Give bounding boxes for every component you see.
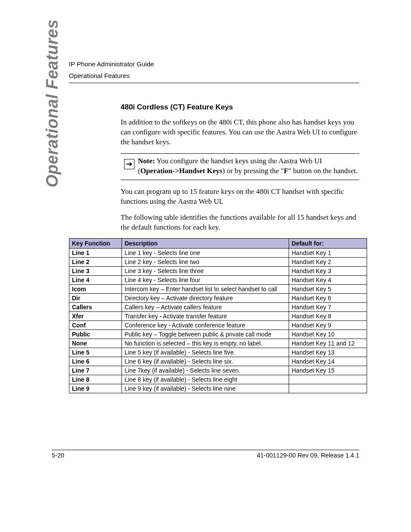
cell-default-for: Handset Key 4 xyxy=(289,276,367,285)
table-row: CallersCallers key – Activate callers fe… xyxy=(69,303,367,312)
cell-default-for: Handset Key 2 xyxy=(289,258,367,267)
cell-description: No function is selected – this key is em… xyxy=(122,339,289,348)
cell-default-for: Handset Key 7 xyxy=(289,303,367,312)
cell-description: Conference key - Activate conference fea… xyxy=(122,321,289,330)
table-row: XferTransfer key - Activate transfer fea… xyxy=(69,312,367,321)
col-description: Description xyxy=(122,239,289,249)
cell-default-for: Handset Key 15 xyxy=(289,366,367,375)
cell-key-function: Icom xyxy=(69,285,122,294)
table-row: IcomIntercom key – Enter handset list to… xyxy=(69,285,367,294)
table-row: DirDirectory key – Activate directory fe… xyxy=(69,294,367,303)
cell-description: Line 8 key (if available) - Selects line… xyxy=(122,375,289,384)
cell-description: Intercom key – Enter handset list to sel… xyxy=(122,285,289,294)
table-row: Line 5Line 5 key (if available) - Select… xyxy=(69,348,367,357)
table-row: Line 2Line 2 key - Selects line twoHands… xyxy=(69,258,367,267)
cell-description: Line 1 key - Selects line one xyxy=(122,249,289,258)
side-tab-label: Operational Features xyxy=(43,19,62,187)
cell-description: Line 6 key (if available) - Selects line… xyxy=(122,357,289,366)
table-row: PublicPublic key – Toggle between public… xyxy=(69,330,367,339)
main-content: 480i Cordless (CT) Feature Keys In addit… xyxy=(121,103,359,393)
cell-default-for: Handset Key 13 xyxy=(289,348,367,357)
cell-default-for: Handset Key 14 xyxy=(289,357,367,366)
cell-key-function: Line 1 xyxy=(69,249,122,258)
cell-key-function: Line 5 xyxy=(69,348,122,357)
cell-description: Line 9 key (if available) - Selects line… xyxy=(122,384,289,393)
cell-key-function: Conf xyxy=(69,321,122,330)
cell-key-function: Line 8 xyxy=(69,375,122,384)
page-number: 5-20 xyxy=(52,452,64,459)
cell-default-for: Handset Key 3 xyxy=(289,267,367,276)
col-key-function: Key Function xyxy=(69,239,122,249)
cell-description: Line 7key (if available) - Selects line … xyxy=(122,366,289,375)
intro-paragraph-3: The following table identifies the funct… xyxy=(121,213,359,233)
note-icon-container xyxy=(121,156,138,169)
cell-key-function: Dir xyxy=(69,294,122,303)
cell-default-for: Handset Key 10 xyxy=(289,330,367,339)
table-row: Line 4Line 4 key - Selects line fourHand… xyxy=(69,276,367,285)
note-fkey: F xyxy=(284,167,288,175)
note-label: Note: xyxy=(138,157,155,165)
table-header-row: Key Function Description Default for: xyxy=(69,239,367,249)
header-rule xyxy=(69,83,359,83)
col-default-for: Default for: xyxy=(289,239,367,249)
feature-keys-table: Key Function Description Default for: Li… xyxy=(69,238,367,393)
doc-revision: 41-001129-00 Rev 09, Release 1.4.1 xyxy=(257,452,359,459)
note-block: Note: You configure the handset keys usi… xyxy=(121,153,359,180)
svg-marker-1 xyxy=(130,162,132,166)
cell-default-for xyxy=(289,375,367,384)
cell-key-function: Line 6 xyxy=(69,357,122,366)
table-row: Line 1Line 1 key - Selects line oneHands… xyxy=(69,249,367,258)
note-text: Note: You configure the handset keys usi… xyxy=(138,156,359,176)
cell-default-for: Handset Key 1 xyxy=(289,249,367,258)
cell-key-function: Callers xyxy=(69,303,122,312)
cell-key-function: Line 2 xyxy=(69,258,122,267)
document-page: IP Phone Administrator Guide Operational… xyxy=(0,0,411,532)
section-title: 480i Cordless (CT) Feature Keys xyxy=(121,103,359,112)
cell-default-for: Handset Key 9 xyxy=(289,321,367,330)
running-header-line2: Operational Features xyxy=(69,71,359,80)
table-row: Line 9Line 9 key (if available) - Select… xyxy=(69,384,367,393)
note-path: Operation->Handset Keys xyxy=(140,167,223,175)
cell-key-function: Xfer xyxy=(69,312,122,321)
cell-default-for xyxy=(289,384,367,393)
cell-description: Public key – Toggle between public & pri… xyxy=(122,330,289,339)
cell-key-function: Public xyxy=(69,330,122,339)
footer-rule xyxy=(52,450,359,450)
cell-description: Line 3 key - Selects line three xyxy=(122,267,289,276)
cell-description: Line 2 key - Selects line two xyxy=(122,258,289,267)
cell-default-for: Handset Key 5 xyxy=(289,285,367,294)
cell-key-function: Line 3 xyxy=(69,267,122,276)
cell-description: Transfer key - Activate transfer feature xyxy=(122,312,289,321)
table-row: Line 3Line 3 key - Selects line threeHan… xyxy=(69,267,367,276)
note-text-2: ) or by pressing the " xyxy=(222,167,283,175)
table-container: Key Function Description Default for: Li… xyxy=(69,238,359,393)
cell-key-function: Line 4 xyxy=(69,276,122,285)
running-header-line1: IP Phone Administrator Guide xyxy=(69,59,359,68)
table-row: Line 6Line 6 key (if available) - Select… xyxy=(69,357,367,366)
cell-key-function: None xyxy=(69,339,122,348)
cell-default-for: Handset Key 11 and 12 xyxy=(289,339,367,348)
intro-paragraph-2: You can program up to 15 feature keys on… xyxy=(121,187,359,207)
note-text-3: " button on the handset. xyxy=(288,167,358,175)
cell-default-for: Handset Key 6 xyxy=(289,294,367,303)
cell-default-for: Handset Key 8 xyxy=(289,312,367,321)
table-row: ConfConference key - Activate conference… xyxy=(69,321,367,330)
cell-description: Directory key – Activate directory featu… xyxy=(122,294,289,303)
table-row: NoneNo function is selected – this key i… xyxy=(69,339,367,348)
cell-description: Callers key – Activate callers feature xyxy=(122,303,289,312)
cell-description: Line 5 key (if available) - Selects line… xyxy=(122,348,289,357)
arrow-right-icon xyxy=(124,159,134,169)
page-footer: 5-20 41-001129-00 Rev 09, Release 1.4.1 xyxy=(52,446,359,459)
cell-key-function: Line 7 xyxy=(69,366,122,375)
table-row: Line 8Line 8 key (if available) - Select… xyxy=(69,375,367,384)
cell-description: Line 4 key - Selects line four xyxy=(122,276,289,285)
intro-paragraph-1: In addition to the softkeys on the 480i … xyxy=(121,118,359,147)
table-row: Line 7Line 7key (if available) - Selects… xyxy=(69,366,367,375)
cell-key-function: Line 9 xyxy=(69,384,122,393)
